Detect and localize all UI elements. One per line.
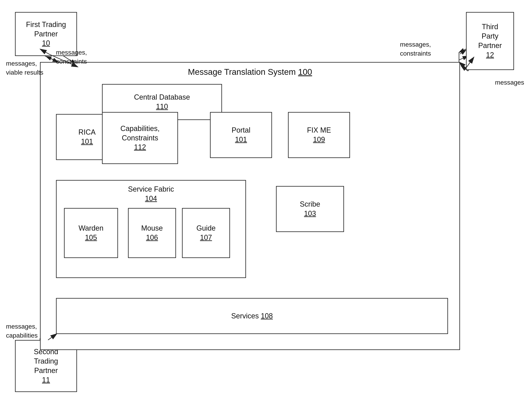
second-trading-partner-label: SecondTradingPartner11 [34, 347, 58, 385]
fix-me-label: FIX ME109 [307, 126, 331, 144]
messages-capabilities-label: messages,capabilities [6, 322, 38, 340]
warden-label: Warden105 [79, 224, 104, 242]
messages-constraints-top-label: messages,constraints [56, 48, 87, 66]
guide-box: Guide107 [182, 208, 230, 258]
scribe-label: Scribe103 [300, 200, 320, 218]
mts-label: Message Translation System 100 [188, 66, 312, 78]
services-label: Services 108 [231, 311, 273, 321]
mouse-label: Mouse106 [141, 224, 163, 242]
rica-label: RICA101 [78, 128, 95, 146]
capabilities-constraints-label: Capabilities,Constraints112 [120, 124, 160, 152]
service-fabric-label: Service Fabric104 [128, 185, 174, 203]
first-trading-partner-label: First TradingPartner10 [26, 20, 66, 48]
third-party-partner-label: ThirdPartyPartner12 [478, 22, 502, 60]
mouse-box: Mouse106 [128, 208, 176, 258]
central-database-label: Central Database110 [134, 93, 190, 111]
scribe-box: Scribe103 [276, 186, 344, 232]
portal-box: Portal101 [210, 112, 272, 158]
svg-line-11 [460, 50, 466, 54]
guide-label: Guide107 [196, 224, 216, 242]
capabilities-constraints-box: Capabilities,Constraints112 [102, 112, 178, 164]
portal-label: Portal101 [232, 126, 250, 144]
svg-line-27 [459, 62, 466, 68]
messages-constraints-right-label: messages,constraints [400, 40, 431, 58]
fix-me-box: FIX ME109 [288, 112, 350, 158]
services-box: Services 108 [56, 298, 448, 334]
messages-viable-label: messages,viable results [6, 59, 43, 77]
warden-box: Warden105 [64, 208, 118, 258]
diagram: First TradingPartner10 ThirdPartyPartner… [0, 0, 532, 415]
svg-line-8 [459, 49, 466, 52]
messages-right-label: messages [495, 78, 524, 87]
third-party-partner-box: ThirdPartyPartner12 [466, 12, 514, 70]
